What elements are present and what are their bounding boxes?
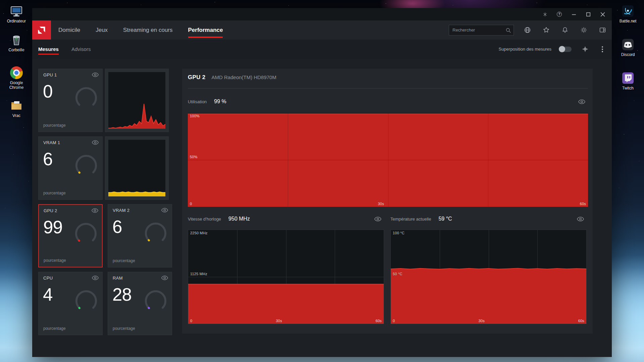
- gpu1-sparkline-card[interactable]: [105, 69, 169, 132]
- search-input[interactable]: [449, 25, 514, 35]
- clock-label: Vitesse d'horloge: [188, 217, 221, 222]
- desktop-icon-label: Google Chrome: [3, 80, 30, 90]
- x-tick: 30s: [378, 202, 384, 206]
- metric-tile-gpu2[interactable]: GPU 2 99 pourcentage: [38, 204, 103, 267]
- eye-icon[interactable]: [92, 72, 99, 77]
- bell-icon[interactable]: [561, 26, 569, 34]
- desktop-icon-twitch[interactable]: Twitch: [615, 72, 641, 90]
- panel-title: GPU 2: [188, 74, 206, 81]
- y-tick: 1125 MHz: [190, 272, 207, 276]
- search-box[interactable]: [449, 25, 514, 36]
- eye-icon[interactable]: [92, 140, 99, 145]
- nav-item-performance[interactable]: Performance: [188, 20, 223, 40]
- tile-unit: pourcentage: [43, 326, 66, 331]
- main-nav: Domicile Jeux Streaming en cours Perform…: [32, 20, 612, 40]
- help-button[interactable]: ?: [557, 12, 562, 17]
- tile-value: 0: [43, 82, 52, 100]
- snowflake-icon[interactable]: [542, 12, 547, 17]
- tile-title: GPU 1: [43, 72, 57, 77]
- help-glyph: ?: [557, 12, 562, 17]
- desktop-icon-ordinateur[interactable]: Ordinateur: [3, 5, 30, 23]
- eye-icon[interactable]: [374, 217, 381, 222]
- desktop-icon-label: Discord: [615, 52, 641, 57]
- eye-icon[interactable]: [577, 217, 584, 222]
- nav-item-streaming[interactable]: Streaming en cours: [123, 20, 172, 40]
- metric-tile-ram[interactable]: RAM 28 pourcentage: [108, 272, 172, 335]
- titlebar[interactable]: ?: [32, 8, 612, 20]
- x-tick: 30s: [479, 319, 485, 323]
- recycle-bin-icon: [10, 34, 23, 46]
- tile-unit: pourcentage: [113, 258, 135, 263]
- globe-icon[interactable]: [523, 26, 531, 34]
- eye-icon[interactable]: [161, 276, 168, 280]
- minimize-button[interactable]: [571, 12, 576, 17]
- computer-icon: [10, 5, 23, 17]
- desktop-icon-label: Twitch: [615, 86, 641, 90]
- chrome-icon: [10, 66, 23, 79]
- desktop-icon-label: Battle.net: [615, 19, 641, 23]
- utilisation-header: Utilisation 99 %: [188, 97, 588, 106]
- nav-item-domicile[interactable]: Domicile: [58, 20, 80, 40]
- metric-tile-vram1[interactable]: VRAM 1 6 pourcentage: [38, 136, 103, 200]
- eye-icon[interactable]: [92, 208, 98, 213]
- vram1-sparkline-chart: [108, 140, 165, 196]
- desktop-icon-label: Vrac: [3, 113, 30, 118]
- tile-title: VRAM 2: [113, 208, 129, 213]
- tile-gauge: [145, 290, 167, 312]
- metric-tile-cpu[interactable]: CPU 4 pourcentage: [38, 272, 103, 335]
- star-icon[interactable]: [542, 26, 550, 34]
- desktop-icon-corbeille[interactable]: Corbeille: [3, 34, 30, 52]
- temperature-label: Température actuelle: [390, 217, 431, 222]
- close-button[interactable]: [600, 12, 605, 17]
- overlay-toggle[interactable]: [559, 47, 572, 52]
- panel-subtitle: AMD Radeon(TM) HD8970M: [212, 74, 276, 80]
- clock-value: 950 MHz: [228, 216, 250, 222]
- y-tick: 100 °C: [393, 231, 405, 235]
- maximize-button[interactable]: [586, 12, 591, 17]
- desktop-icon-discord[interactable]: Discord: [615, 38, 641, 57]
- tab-advisors[interactable]: Advisors: [71, 40, 91, 59]
- gridline: [188, 160, 588, 160]
- x-tick: 0: [393, 319, 395, 323]
- tab-mesures[interactable]: Mesures: [38, 40, 59, 59]
- desktop-icon-battlenet[interactable]: Battle.net: [615, 5, 641, 23]
- metric-tile-vram2[interactable]: VRAM 2 6 pourcentage: [108, 204, 172, 267]
- layout-panel-icon[interactable]: [598, 26, 606, 34]
- x-tick: 0: [190, 319, 192, 323]
- stars-decoration: [0, 0, 0, 0]
- eye-icon[interactable]: [92, 276, 99, 280]
- amd-logo[interactable]: [32, 20, 51, 40]
- tile-unit: pourcentage: [44, 258, 66, 263]
- vram1-sparkline-card[interactable]: [105, 136, 169, 200]
- utilisation-label: Utilisation: [188, 99, 207, 104]
- desktop-icon-label: Corbeille: [3, 48, 30, 52]
- tile-unit: pourcentage: [43, 123, 66, 128]
- x-tick: 60s: [580, 202, 586, 206]
- tile-title: RAM: [113, 276, 123, 281]
- y-tick: 100%: [190, 114, 200, 118]
- gear-icon[interactable]: [580, 26, 588, 34]
- tile-unit: pourcentage: [113, 326, 135, 331]
- tile-gauge: [75, 223, 97, 245]
- performance-subnav: Mesures Advisors Superposition des mesur…: [32, 40, 612, 59]
- desktop-icon-chrome[interactable]: Google Chrome: [3, 66, 30, 90]
- twitch-icon: [622, 72, 634, 84]
- eye-icon[interactable]: [161, 208, 168, 213]
- battlenet-icon: [622, 5, 634, 17]
- kebab-menu-icon[interactable]: [598, 46, 606, 52]
- toggle-knob: [559, 46, 565, 52]
- utilisation-chart: 100% 50% 0 30s 60s: [188, 113, 588, 207]
- tile-title: CPU: [43, 276, 53, 281]
- desktop-icon-vrac[interactable]: Vrac: [3, 99, 30, 118]
- utilisation-value: 99 %: [214, 99, 226, 105]
- crosshair-icon[interactable]: [581, 45, 589, 53]
- clock-header: Vitesse d'horloge 950 MHz: [188, 214, 384, 224]
- metric-tile-gpu1[interactable]: GPU 1 0 pourcentage: [38, 69, 103, 132]
- search-icon[interactable]: [505, 27, 511, 33]
- temperature-chart: 100 °C 50 °C 0 30s 60s: [390, 230, 587, 324]
- metrics-content: GPU 1 0 pourcentage VRAM 1 6 pourcentage…: [32, 59, 612, 357]
- eye-icon[interactable]: [578, 99, 585, 104]
- nav-item-jeux[interactable]: Jeux: [96, 20, 108, 40]
- divider: [188, 88, 588, 88]
- tile-gauge: [75, 87, 97, 109]
